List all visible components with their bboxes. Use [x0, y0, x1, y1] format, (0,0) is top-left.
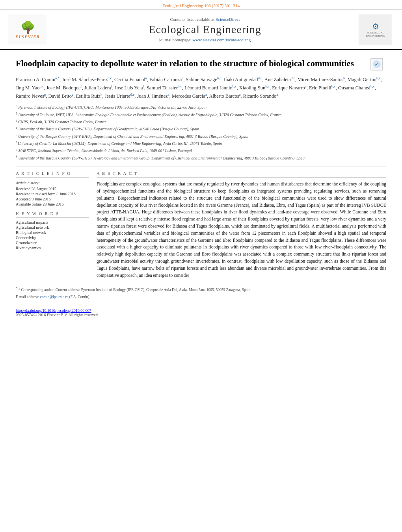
crossmark-icon[interactable]: ✓: [370, 58, 383, 70]
received-date: Received 28 August 2015: [16, 187, 89, 191]
authors: Francisco A. Comina,*, José M. Sánchez-P…: [16, 75, 386, 100]
two-col-layout: A R T I C L E I N F O Article history: R…: [16, 171, 386, 279]
affil-b: b University of Toulouse, INPT, UPS, Lab…: [16, 111, 386, 118]
article-history-label: Article history:: [16, 181, 89, 185]
keyword-2: Biological network: [16, 230, 89, 235]
journal-homepage-link[interactable]: www.elsevier.com/locate/ecoleng: [193, 37, 251, 42]
affiliations: a Pyrenean Institute of Ecology (IPE-CSI…: [16, 104, 386, 161]
article-body: Floodplain capacity to depollute water i…: [0, 50, 402, 325]
corresponding-block: * * Corresponding author. Current addres…: [16, 283, 386, 300]
article-title: Floodplain capacity to depollute water i…: [16, 58, 367, 69]
keywords-title: K E Y W O R D S: [16, 211, 89, 218]
keyword-5: River dynamics: [16, 246, 89, 250]
keyword-1: Agricultural network: [16, 225, 89, 230]
crossmark-svg: ✓: [372, 59, 382, 69]
right-column: A B S T R A C T Floodplains are complex …: [97, 171, 386, 279]
affil-e: e University of the Basque Country (UPV-…: [16, 133, 386, 139]
affil-g: g MARETEC, Instituto Superior Técnico, U…: [16, 147, 386, 154]
eco-logo-text: ECOLOGICALENGINEERING: [366, 31, 385, 37]
article-title-section: Floodplain capacity to depollute water i…: [16, 58, 386, 70]
revised-date: Received in revised form 8 June 2016: [16, 192, 89, 196]
available-date: Available online 28 June 2016: [16, 202, 89, 206]
highlighted-word: thos: [294, 245, 302, 249]
eco-engineering-logo: ⚙ ECOLOGICALENGINEERING: [359, 14, 392, 45]
left-column: A R T I C L E I N F O Article history: R…: [16, 171, 89, 279]
svg-text:✓: ✓: [374, 61, 379, 67]
elsevier-logo-container: 🌳 ELSEVIER: [8, 14, 51, 45]
copyright-line: 0925-8574/© 2016 Elsevier B.V. All right…: [16, 313, 386, 317]
abstract-title: A B S T R A C T: [97, 171, 386, 178]
affil-c: c CNRS, EcoLab, 31326 Castanet Tolosan C…: [16, 119, 386, 125]
abstract-text: Floodplains are complex ecological syste…: [97, 181, 386, 279]
email-note: E-mail address: comin@ipe.csic.es (F.A. …: [16, 295, 386, 300]
main-divider: [16, 167, 386, 167]
journal-ref: Ecological Engineering 103 (2017) 301–31…: [162, 3, 240, 8]
contents-available-text: Contents lists available at ScienceDirec…: [55, 17, 355, 22]
journal-homepage: journal homepage: www.elsevier.com/locat…: [55, 37, 355, 42]
email-link[interactable]: comin@ipe.csic.es: [40, 295, 69, 299]
journal-title: Ecological Engineering: [55, 23, 355, 36]
affil-f: f University of Castilla-La Mancha (UCLM…: [16, 140, 386, 146]
page: Ecological Engineering 103 (2017) 301–31…: [0, 0, 402, 532]
crossmark-container: ✓: [370, 58, 386, 70]
keyword-0: Agricultural impacts: [16, 220, 89, 224]
affil-h: h University of the Basque Country (UPV-…: [16, 155, 386, 161]
corresponding-author-note: * * Corresponding author. Current addres…: [16, 286, 386, 293]
keyword-3: Connectivity: [16, 235, 89, 240]
journal-center-header: Contents lists available at ScienceDirec…: [55, 17, 355, 42]
affil-d: d University of the Basque Country (UPV-…: [16, 126, 386, 132]
gear-icon: ⚙: [372, 22, 379, 31]
elsevier-logo: 🌳 ELSEVIER: [8, 14, 47, 45]
elsevier-brand: ELSEVIER: [15, 34, 40, 39]
tree-icon: 🌳: [20, 20, 35, 34]
top-bar: Ecological Engineering 103 (2017) 301–31…: [0, 0, 402, 10]
journal-header: 🌳 ELSEVIER Contents lists available at S…: [0, 10, 402, 50]
doi-line: http://dx.doi.org/10.1016/j.ecoleng.2016…: [16, 308, 386, 313]
doi-link[interactable]: http://dx.doi.org/10.1016/j.ecoleng.2016…: [16, 308, 91, 313]
accepted-date: Accepted 9 June 2016: [16, 197, 89, 201]
keyword-4: Groundwater: [16, 241, 89, 245]
affil-a: a Pyrenean Institute of Ecology (IPE-CSI…: [16, 104, 386, 110]
article-info-title: A R T I C L E I N F O: [16, 171, 89, 178]
ecological-engineering-logo-container: ⚙ ECOLOGICALENGINEERING: [359, 14, 394, 45]
sciencedirect-link[interactable]: ScienceDirect: [216, 17, 240, 22]
